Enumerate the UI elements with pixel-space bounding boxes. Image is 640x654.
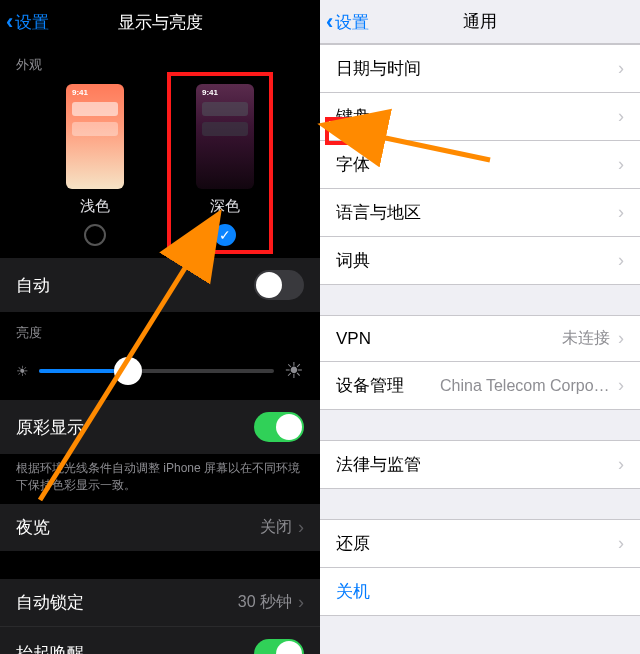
header: ‹ 设置 显示与亮度 [0,0,320,44]
fonts-row[interactable]: 字体› [320,141,640,189]
appearance-section-label: 外观 [0,44,320,80]
language-region-row[interactable]: 语言与地区› [320,189,640,237]
light-label: 浅色 [80,197,110,216]
keyboard-row[interactable]: 键盘› [320,93,640,141]
sun-large-icon: ☀︎ [284,358,304,384]
chevron-right-icon: › [618,328,624,349]
auto-lock-label: 自动锁定 [16,591,84,614]
chevron-left-icon: ‹ [6,11,13,33]
auto-lock-row[interactable]: 自动锁定 30 秒钟› [0,579,320,626]
shutdown-row[interactable]: 关机 [320,568,640,616]
dark-label: 深色 [210,197,240,216]
page-title: 显示与亮度 [118,11,203,34]
light-radio[interactable] [84,224,106,246]
true-tone-switch[interactable] [254,412,304,442]
chevron-right-icon: › [618,250,624,271]
chevron-right-icon: › [618,202,624,223]
chevron-right-icon: › [618,454,624,475]
night-shift-label: 夜览 [16,516,50,539]
raise-to-wake-label: 抬起唤醒 [16,642,84,654]
sun-small-icon: ☀︎ [16,363,29,379]
dark-thumbnail: 9:41 [196,84,254,189]
chevron-right-icon: › [298,517,304,538]
appearance-option-dark[interactable]: 9:41 深色 ✓ [196,84,254,246]
page-title: 通用 [463,10,497,33]
chevron-right-icon: › [618,58,624,79]
date-time-row[interactable]: 日期与时间› [320,44,640,93]
auto-row: 自动 [0,258,320,312]
dictionary-row[interactable]: 词典› [320,237,640,285]
raise-to-wake-row: 抬起唤醒 [0,626,320,654]
general-pane: ‹ 设置 通用 日期与时间› 键盘› 字体› 语言与地区› 词典› VPN 未连… [320,0,640,654]
light-thumbnail: 9:41 [66,84,124,189]
chevron-right-icon: › [618,375,624,396]
chevron-right-icon: › [618,154,624,175]
true-tone-row: 原彩显示 [0,400,320,454]
true-tone-note: 根据环境光线条件自动调整 iPhone 屏幕以在不同环境下保持色彩显示一致。 [0,454,320,504]
chevron-right-icon: › [298,592,304,613]
back-label: 设置 [335,11,369,34]
chevron-right-icon: › [618,106,624,127]
night-shift-row[interactable]: 夜览 关闭› [0,504,320,551]
auto-switch[interactable] [254,270,304,300]
brightness-slider[interactable] [39,369,274,373]
chevron-right-icon: › [618,533,624,554]
appearance-option-light[interactable]: 9:41 浅色 [66,84,124,246]
brightness-slider-row: ☀︎ ☀︎ [0,348,320,400]
legal-row[interactable]: 法律与监管› [320,440,640,489]
dark-radio[interactable]: ✓ [214,224,236,246]
brightness-section-label: 亮度 [0,312,320,348]
auto-label: 自动 [16,274,50,297]
true-tone-label: 原彩显示 [16,416,84,439]
back-label: 设置 [15,11,49,34]
vpn-row[interactable]: VPN 未连接 › [320,315,640,362]
device-management-row[interactable]: 设备管理 China Telecom Corporation Limite...… [320,362,640,410]
appearance-picker: 9:41 浅色 9:41 深色 ✓ [0,80,320,258]
raise-to-wake-switch[interactable] [254,639,304,654]
back-button[interactable]: ‹ 设置 [326,0,369,44]
back-button[interactable]: ‹ 设置 [6,0,49,44]
display-brightness-pane: ‹ 设置 显示与亮度 外观 9:41 浅色 9:41 深色 ✓ [0,0,320,654]
header: ‹ 设置 通用 [320,0,640,44]
chevron-left-icon: ‹ [326,11,333,33]
reset-row[interactable]: 还原› [320,519,640,568]
